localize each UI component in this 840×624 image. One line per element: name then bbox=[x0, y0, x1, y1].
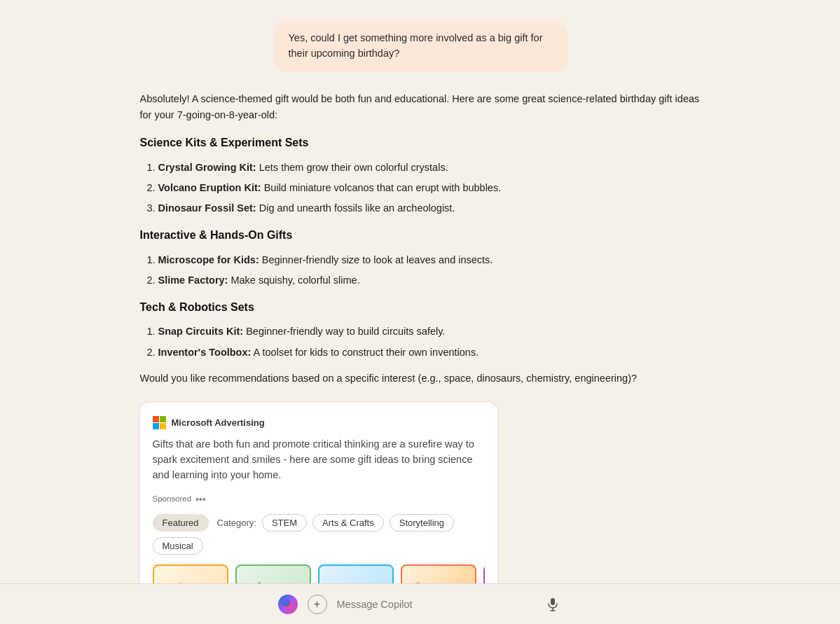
category-row: Featured Category: STEM Arts & Crafts St… bbox=[153, 514, 485, 555]
assistant-response: Absolutely! A science-themed gift would … bbox=[133, 91, 708, 625]
category-chip-arts[interactable]: Arts & Crafts bbox=[312, 514, 384, 532]
section-2-list: Microscope for Kids: Beginner-friendly s… bbox=[158, 252, 701, 289]
outro-text: Would you like recommendations based on … bbox=[140, 370, 701, 387]
logo-red bbox=[153, 416, 159, 422]
section-1-list: Crystal Growing Kit: Lets them grow thei… bbox=[158, 160, 701, 217]
svg-point-0 bbox=[283, 599, 293, 609]
list-item: Volcano Eruption Kit: Build miniature vo… bbox=[158, 180, 701, 196]
list-item: Snap Circuits Kit: Beginner-friendly way… bbox=[158, 324, 701, 340]
microsoft-logo bbox=[153, 416, 166, 429]
section-heading-1: Science Kits & Experiment Sets bbox=[140, 134, 701, 152]
item-bold: Crystal Growing Kit: bbox=[158, 162, 256, 173]
ad-brand-name: Microsoft Advertising bbox=[172, 415, 265, 430]
svg-rect-1 bbox=[551, 598, 555, 605]
intro-text: Absolutely! A science-themed gift would … bbox=[140, 91, 701, 125]
item-bold: Snap Circuits Kit: bbox=[158, 326, 244, 337]
add-button[interactable]: + bbox=[308, 595, 327, 614]
category-chip-stem[interactable]: STEM bbox=[262, 514, 307, 532]
list-item: Crystal Growing Kit: Lets them grow thei… bbox=[158, 160, 701, 176]
logo-blue bbox=[153, 423, 159, 429]
list-item: Slime Factory: Make squishy, colorful sl… bbox=[158, 272, 701, 289]
user-message: Yes, could I get something more involved… bbox=[133, 21, 708, 71]
message-input[interactable] bbox=[337, 599, 533, 610]
microphone-button[interactable] bbox=[543, 595, 563, 614]
ad-meta: Sponsored ••• bbox=[153, 492, 485, 506]
category-chip-musical[interactable]: Musical bbox=[153, 537, 203, 555]
ad-description: Gifts that are both fun and promote crit… bbox=[153, 437, 485, 483]
list-item: Dinosaur Fossil Set: Dig and unearth fos… bbox=[158, 200, 701, 216]
user-bubble: Yes, could I get something more involved… bbox=[273, 21, 567, 71]
section-3-list: Snap Circuits Kit: Beginner-friendly way… bbox=[158, 324, 701, 360]
user-message-text: Yes, could I get something more involved… bbox=[289, 32, 543, 59]
ad-header: Microsoft Advertising bbox=[153, 415, 485, 430]
sponsored-label: Sponsored bbox=[153, 492, 192, 506]
category-label: Category: bbox=[217, 515, 256, 530]
logo-green bbox=[160, 416, 166, 422]
section-heading-2: Interactive & Hands-On Gifts bbox=[140, 226, 701, 244]
category-chip-storytelling[interactable]: Storytelling bbox=[390, 514, 454, 532]
list-item: Inventor's Toolbox: A toolset for kids t… bbox=[158, 345, 701, 361]
copilot-logo bbox=[278, 595, 298, 614]
logo-yellow bbox=[160, 423, 166, 429]
featured-button[interactable]: Featured bbox=[153, 514, 209, 532]
item-bold: Microscope for Kids: bbox=[158, 254, 259, 265]
section-heading-3: Tech & Robotics Sets bbox=[140, 298, 701, 317]
bottom-bar: + bbox=[0, 583, 840, 624]
item-bold: Inventor's Toolbox: bbox=[158, 347, 252, 358]
item-bold: Slime Factory: bbox=[158, 275, 228, 286]
list-item: Microscope for Kids: Beginner-friendly s… bbox=[158, 252, 701, 268]
ad-dots-button[interactable]: ••• bbox=[195, 494, 206, 504]
item-bold: Dinosaur Fossil Set: bbox=[158, 202, 256, 214]
item-bold: Volcano Eruption Kit: bbox=[158, 182, 261, 193]
